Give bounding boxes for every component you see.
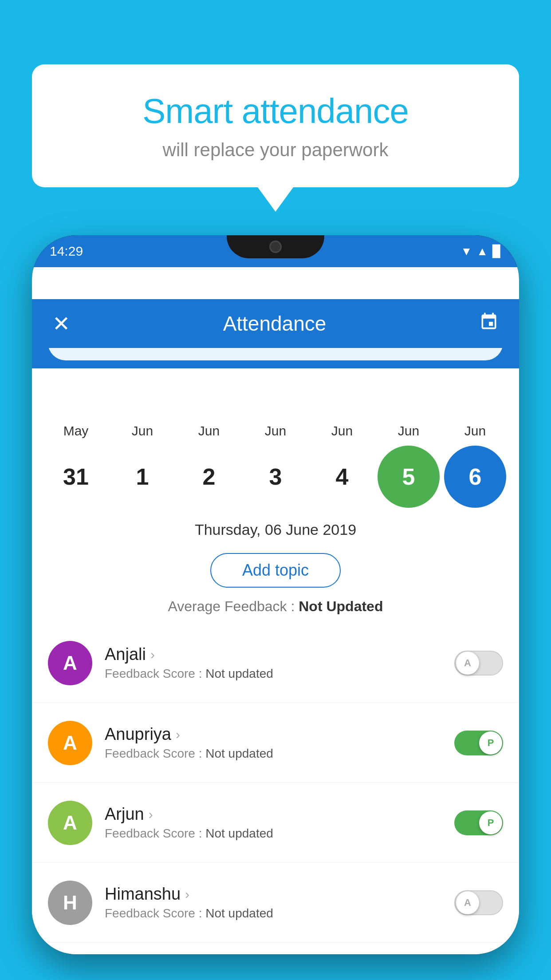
student-info-himanshu: Himanshu › Feedback Score : Not updated — [105, 885, 454, 921]
month-6[interactable]: Jun — [444, 423, 506, 439]
attendance-toggle-arjun[interactable]: P — [454, 810, 503, 835]
status-time: 14:29 — [50, 244, 83, 259]
feedback-value-himanshu: Not updated — [205, 906, 273, 920]
toggle-knob-anjali: A — [456, 652, 479, 675]
toggle-knob-himanshu: A — [456, 891, 479, 914]
student-name-anjali: Anjali — [105, 645, 146, 664]
calendar-months: May Jun Jun Jun Jun Jun Jun — [43, 423, 508, 439]
attendance-toggle-anjali[interactable]: A — [454, 651, 503, 676]
add-topic-button[interactable]: Add topic — [210, 553, 341, 588]
toggle-anjali[interactable]: A — [454, 651, 503, 676]
month-5[interactable]: Jun — [378, 423, 440, 439]
student-name-row-arjun: Arjun › — [105, 805, 454, 824]
chevron-right-icon-himanshu: › — [185, 887, 189, 902]
speech-bubble: Smart attendance will replace your paper… — [32, 64, 519, 187]
date-info: Thursday, 06 June 2019 — [32, 512, 519, 545]
month-3[interactable]: Jun — [244, 423, 307, 439]
calendar-dates: 31 1 2 3 4 5 6 — [43, 446, 508, 508]
date-4[interactable]: 4 — [311, 446, 373, 508]
student-info-anupriya: Anupriya › Feedback Score : Not updated — [105, 725, 454, 761]
student-item-arjun[interactable]: A Arjun › Feedback Score : Not updated P — [32, 783, 519, 863]
month-2[interactable]: Jun — [178, 423, 240, 439]
battery-icon: ▉ — [492, 245, 501, 258]
student-name-arjun: Arjun — [105, 805, 144, 824]
student-list: A Anjali › Feedback Score : Not updated … — [32, 623, 519, 954]
month-4[interactable]: Jun — [311, 423, 373, 439]
attendance-toggle-anupriya[interactable]: P — [454, 731, 503, 755]
feedback-value-anupriya: Not updated — [205, 747, 273, 760]
student-name-row-anjali: Anjali › — [105, 645, 454, 664]
toggle-arjun[interactable]: P — [454, 810, 503, 835]
chevron-right-icon-anjali: › — [150, 647, 155, 662]
avg-feedback-label: Average Feedback : Not Updated — [168, 598, 383, 614]
app-bar: ✕ Attendance — [32, 299, 519, 348]
toggle-anupriya[interactable]: P — [454, 731, 503, 755]
phone-screen: ✕ Attendance Search May — [32, 267, 519, 954]
chevron-right-icon-anupriya: › — [176, 727, 180, 742]
speech-bubble-subtitle: will replace your paperwork — [67, 139, 484, 161]
month-1[interactable]: Jun — [111, 423, 173, 439]
front-camera — [269, 241, 282, 253]
close-button[interactable]: ✕ — [48, 307, 75, 340]
toggle-knob-arjun: P — [479, 811, 502, 834]
feedback-value-anjali: Not updated — [205, 667, 273, 680]
student-feedback-arjun: Feedback Score : Not updated — [105, 826, 454, 841]
student-feedback-anupriya: Feedback Score : Not updated — [105, 747, 454, 761]
signal-icon: ▲ — [476, 245, 488, 258]
student-feedback-anjali: Feedback Score : Not updated — [105, 667, 454, 681]
date-1[interactable]: 1 — [111, 446, 173, 508]
date-6[interactable]: 6 — [444, 446, 506, 508]
student-info-anjali: Anjali › Feedback Score : Not updated — [105, 645, 454, 681]
app-bar-title: Attendance — [75, 312, 475, 336]
feedback-value-arjun: Not updated — [205, 826, 273, 840]
student-name-anupriya: Anupriya — [105, 725, 171, 744]
student-feedback-himanshu: Feedback Score : Not updated — [105, 906, 454, 921]
speech-bubble-container: Smart attendance will replace your paper… — [32, 64, 519, 212]
phone-frame: 14:29 ▼ ▲ ▉ ✕ Attendance — [32, 235, 519, 954]
avg-feedback: Average Feedback : Not Updated — [32, 591, 519, 622]
student-name-row-himanshu: Himanshu › — [105, 885, 454, 904]
date-full: Thursday, 06 June 2019 — [195, 521, 356, 538]
avg-feedback-value: Not Updated — [299, 598, 383, 614]
toggle-himanshu[interactable]: A — [454, 890, 503, 915]
date-5[interactable]: 5 — [378, 446, 440, 508]
status-icons: ▼ ▲ ▉ — [461, 245, 501, 258]
status-bar: 14:29 ▼ ▲ ▉ — [32, 235, 519, 267]
avatar-anupriya: A — [48, 721, 92, 765]
avatar-anjali: A — [48, 641, 92, 685]
student-item-anupriya[interactable]: A Anupriya › Feedback Score : Not update… — [32, 703, 519, 783]
avatar-arjun: A — [48, 801, 92, 845]
wifi-icon: ▼ — [461, 245, 472, 258]
student-name-row-anupriya: Anupriya › — [105, 725, 454, 744]
speech-bubble-tail — [258, 187, 293, 212]
calendar-area: May Jun Jun Jun Jun Jun Jun 31 1 2 3 4 5… — [32, 410, 519, 517]
toggle-knob-anupriya: P — [479, 731, 502, 755]
attendance-toggle-himanshu[interactable]: A — [454, 890, 503, 915]
date-3[interactable]: 3 — [244, 446, 307, 508]
date-0[interactable]: 31 — [45, 446, 107, 508]
phone-notch — [227, 235, 324, 258]
add-topic-container: Add topic — [32, 546, 519, 595]
chevron-right-icon-arjun: › — [149, 807, 153, 822]
student-info-arjun: Arjun › Feedback Score : Not updated — [105, 805, 454, 841]
student-item-himanshu[interactable]: H Himanshu › Feedback Score : Not update… — [32, 863, 519, 943]
speech-bubble-title: Smart attendance — [67, 91, 484, 131]
avatar-himanshu: H — [48, 881, 92, 925]
avg-feedback-label-text: Average Feedback : — [168, 598, 299, 614]
calendar-icon[interactable] — [475, 308, 503, 340]
student-item-anjali[interactable]: A Anjali › Feedback Score : Not updated … — [32, 623, 519, 703]
date-2[interactable]: 2 — [178, 446, 240, 508]
student-name-himanshu: Himanshu — [105, 885, 181, 904]
month-0[interactable]: May — [45, 423, 107, 439]
